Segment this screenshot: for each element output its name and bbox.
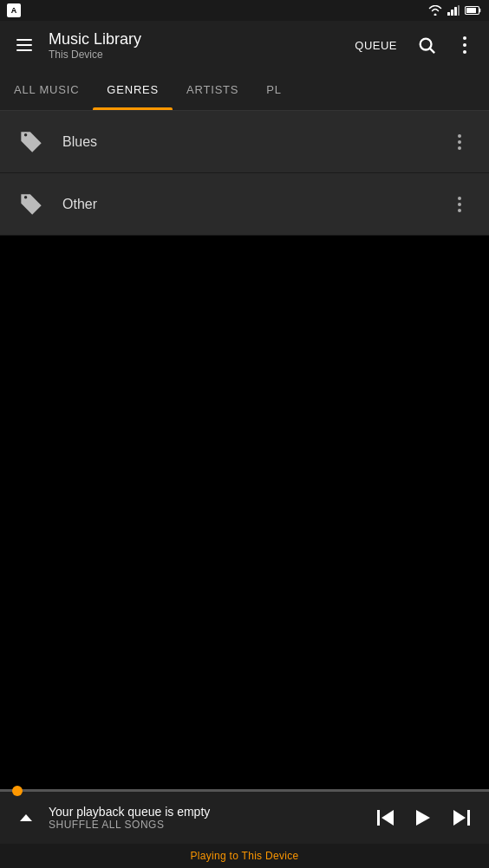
main-content-area xyxy=(0,236,489,789)
genre-name-blues: Blues xyxy=(62,134,444,150)
status-bar: A xyxy=(0,0,489,21)
app-title: Music Library xyxy=(49,30,339,49)
svg-rect-2 xyxy=(454,7,457,16)
svg-rect-3 xyxy=(458,5,460,16)
three-dots-icon xyxy=(458,134,461,150)
player-subtitle: SHUFFLE ALL SONGS xyxy=(49,819,361,831)
chevron-up-icon xyxy=(20,814,32,821)
genre-list: Blues Other xyxy=(0,111,489,236)
svg-line-7 xyxy=(430,49,434,53)
player-footer: Playing to This Device xyxy=(0,844,489,868)
more-vert-icon xyxy=(463,36,466,54)
genre-tag-icon-blues xyxy=(14,125,49,159)
tab-genres[interactable]: GENRES xyxy=(93,69,173,110)
header-actions: QUEUE xyxy=(346,28,482,62)
tabs-bar: ALL MUSIC GENRES ARTISTS PL xyxy=(0,69,489,111)
app-status-letter: A xyxy=(11,6,17,15)
svg-rect-5 xyxy=(466,8,476,13)
genre-more-button-blues[interactable] xyxy=(444,126,475,158)
skip-forward-button[interactable] xyxy=(444,800,479,835)
hamburger-icon xyxy=(16,39,32,51)
tab-playlists[interactable]: PL xyxy=(252,69,296,110)
three-dots-icon xyxy=(458,197,461,212)
player-info: Your playback queue is empty SHUFFLE ALL… xyxy=(49,805,361,831)
progress-bar[interactable] xyxy=(0,789,489,792)
genre-tag-icon-other xyxy=(14,187,49,222)
svg-rect-0 xyxy=(447,12,450,16)
player-title: Your playback queue is empty xyxy=(49,805,361,819)
svg-rect-1 xyxy=(451,10,453,16)
genre-item-blues[interactable]: Blues xyxy=(0,111,489,173)
player-controls xyxy=(368,800,479,835)
tab-artists[interactable]: ARTISTS xyxy=(173,69,252,110)
more-options-button[interactable] xyxy=(447,28,482,62)
play-icon xyxy=(416,810,430,826)
bottom-player: Your playback queue is empty SHUFFLE ALL… xyxy=(0,789,489,868)
skip-back-button[interactable] xyxy=(368,800,402,835)
wifi-icon xyxy=(428,5,442,16)
queue-button[interactable]: QUEUE xyxy=(346,32,406,59)
battery-icon xyxy=(465,5,482,16)
tag-icon xyxy=(19,192,43,217)
search-icon xyxy=(417,36,436,55)
status-right xyxy=(428,5,482,16)
tab-all-music[interactable]: ALL MUSIC xyxy=(0,69,93,110)
signal-icon xyxy=(447,5,460,16)
menu-button[interactable] xyxy=(7,28,42,62)
playing-to-label: Playing to This Device xyxy=(190,850,298,862)
app-subtitle: This Device xyxy=(49,49,339,61)
app-status-icon: A xyxy=(7,3,21,17)
search-button[interactable] xyxy=(409,28,444,62)
skip-back-icon xyxy=(377,810,394,826)
status-left: A xyxy=(7,3,21,17)
player-main-area: Your playback queue is empty SHUFFLE ALL… xyxy=(0,792,489,844)
skip-forward-icon xyxy=(453,810,470,826)
genre-name-other: Other xyxy=(62,197,444,212)
app-header: Music Library This Device QUEUE xyxy=(0,21,489,69)
genre-more-button-other[interactable] xyxy=(444,189,475,220)
genre-item-other[interactable]: Other xyxy=(0,173,489,236)
progress-indicator xyxy=(12,786,23,796)
svg-point-6 xyxy=(421,39,432,50)
play-pause-button[interactable] xyxy=(406,800,440,835)
tag-icon xyxy=(19,130,43,154)
player-expand-button[interactable] xyxy=(10,802,42,833)
header-title-group: Music Library This Device xyxy=(49,30,339,61)
